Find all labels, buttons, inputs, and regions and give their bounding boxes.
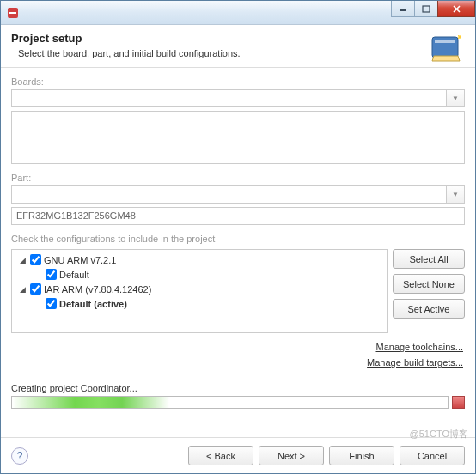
progress-fill: [12, 397, 169, 408]
tree-item[interactable]: ◢GNU ARM v7.2.1: [15, 252, 384, 267]
config-tree[interactable]: ◢GNU ARM v7.2.1Default◢IAR ARM (v7.80.4.…: [11, 249, 388, 333]
boards-dropdown-button[interactable]: ▼: [447, 89, 465, 107]
close-button[interactable]: [437, 1, 475, 17]
config-hint: Check the configurations to include in t…: [11, 234, 465, 244]
dialog-content: Boards: ▼ Part: ▼ EFR32MG1B132F256GM48 C…: [1, 68, 475, 383]
tree-checkbox[interactable]: [46, 298, 57, 309]
header-title: Project setup: [11, 32, 465, 45]
boards-input[interactable]: [11, 89, 447, 107]
tree-expander-icon[interactable]: ◢: [18, 285, 27, 294]
svg-rect-5: [435, 40, 455, 43]
dialog-footer: ? < Back Next > Finish Cancel: [1, 437, 475, 473]
stop-button[interactable]: [452, 396, 465, 409]
dialog-window: Project setup Select the board, part, an…: [0, 0, 476, 474]
tree-checkbox[interactable]: [30, 283, 41, 295]
back-button[interactable]: < Back: [188, 446, 253, 465]
tree-item[interactable]: ◢IAR ARM (v7.80.4.12462): [15, 282, 384, 296]
links-area: Manage toolchains... Manage build target…: [11, 333, 465, 374]
help-button[interactable]: ?: [11, 447, 28, 465]
set-active-button[interactable]: Set Active: [393, 299, 465, 319]
tree-item-label: Default (active): [59, 299, 127, 309]
part-label: Part:: [11, 173, 465, 183]
app-icon: [6, 6, 20, 20]
finish-button[interactable]: Finish: [329, 446, 394, 465]
dialog-header: Project setup Select the board, part, an…: [1, 25, 475, 68]
maximize-button[interactable]: [414, 1, 438, 17]
boards-list[interactable]: [11, 111, 465, 164]
titlebar: [1, 1, 475, 25]
select-all-button[interactable]: Select All: [393, 249, 465, 269]
boards-label: Boards:: [11, 76, 465, 87]
svg-rect-2: [400, 9, 406, 11]
tree-item[interactable]: Default (active): [15, 296, 384, 311]
part-input[interactable]: [11, 185, 447, 204]
minimize-button[interactable]: [391, 1, 415, 17]
progress-label: Creating project Coordinator...: [11, 383, 465, 393]
help-icon: ?: [17, 450, 23, 462]
tree-expander-icon[interactable]: ◢: [18, 256, 27, 264]
tree-checkbox[interactable]: [46, 269, 57, 280]
progress-area: Creating project Coordinator...: [1, 383, 475, 409]
manage-toolchains-link[interactable]: Manage toolchains...: [11, 342, 463, 352]
part-value: EFR32MG1B132F256GM48: [11, 207, 465, 225]
chevron-down-icon: ▼: [452, 191, 459, 198]
tree-checkbox[interactable]: [30, 254, 41, 265]
watermark: @51CTO博客: [410, 428, 468, 441]
next-button[interactable]: Next >: [259, 446, 324, 465]
select-none-button[interactable]: Select None: [393, 274, 465, 294]
progress-bar: [11, 396, 449, 409]
tree-item-label: IAR ARM (v7.80.4.12462): [44, 284, 151, 295]
header-subtitle: Select the board, part, and initial buil…: [11, 48, 465, 58]
tree-item[interactable]: Default: [15, 267, 384, 282]
wizard-icon: [425, 32, 465, 66]
svg-rect-1: [9, 12, 16, 14]
part-combo: ▼: [11, 185, 465, 204]
tree-item-label: GNU ARM v7.2.1: [44, 255, 116, 265]
svg-rect-3: [423, 6, 430, 12]
chevron-down-icon: ▼: [452, 94, 459, 102]
boards-combo: ▼: [11, 89, 465, 107]
tree-item-label: Default: [59, 270, 89, 280]
cancel-button[interactable]: Cancel: [400, 446, 465, 465]
manage-targets-link[interactable]: Manage build targets...: [11, 357, 463, 368]
part-dropdown-button[interactable]: ▼: [447, 185, 465, 204]
